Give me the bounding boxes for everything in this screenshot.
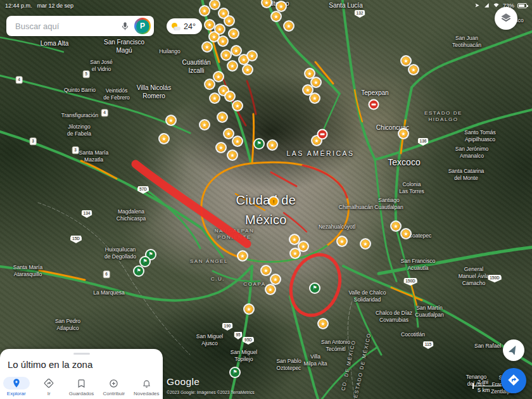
drag-handle[interactable] [73, 353, 90, 355]
nav-tab-label: Guardados [69, 391, 94, 396]
poi-star-marker[interactable]: ★ [240, 56, 248, 64]
poi-star-marker[interactable]: ★ [311, 94, 319, 103]
nav-tab-explorar[interactable]: Explorar [0, 377, 32, 396]
layers-button[interactable] [495, 7, 517, 30]
google-logo: Google [167, 376, 200, 388]
poi-star-marker[interactable]: ★ [304, 86, 312, 94]
battery-icon [517, 3, 527, 8]
clock: 12:44 p.m. [5, 3, 32, 9]
cell-signal-icon [483, 2, 490, 10]
poi-star-marker[interactable]: ★ [291, 250, 300, 258]
park-flag-marker[interactable]: ⚑ [141, 257, 149, 266]
poi-star-marker[interactable]: ★ [229, 62, 237, 70]
cast-icon [474, 3, 480, 10]
poi-star-marker[interactable]: ★ [167, 117, 175, 125]
poi-star-marker[interactable]: ★ [239, 252, 247, 260]
bottom-sheet-panel[interactable]: Lo último en la zona ExplorarIrGuardados… [0, 349, 163, 399]
road-closure-marker[interactable] [370, 101, 378, 109]
search-input[interactable]: Buscar aquí [15, 22, 120, 31]
poi-star-marker[interactable]: ★ [232, 47, 241, 55]
nav-tab-novedades[interactable]: Novedades [130, 377, 163, 396]
map-markers-layer: ★★★★★★★★★★★★★★★★★★★★★★★★★★★★★★★★★★★★★★★★… [0, 0, 532, 399]
poi-star-marker[interactable]: ★ [291, 236, 299, 244]
scale-bar: 2 mi 5 km [472, 379, 502, 393]
status-bar: 12:44 p.m. mar 12 de sep 73% [0, 1, 532, 10]
poi-star-marker[interactable]: ★ [217, 144, 225, 152]
poi-star-marker[interactable]: ★ [402, 57, 410, 65]
park-flag-marker[interactable]: ⚑ [134, 267, 143, 276]
poi-star-marker[interactable]: ★ [248, 52, 256, 60]
poi-star-marker[interactable]: ★ [229, 151, 237, 160]
bell-icon [133, 377, 160, 390]
poi-star-marker[interactable]: ★ [210, 33, 218, 41]
poi-star-marker[interactable]: ★ [267, 286, 275, 294]
poi-star-marker[interactable]: ★ [400, 130, 408, 138]
traffic-warning-marker[interactable]: ! [270, 198, 278, 206]
nav-tab-contribuir[interactable]: Contribuir [98, 377, 130, 396]
directions-fab[interactable] [501, 368, 526, 393]
mic-icon[interactable] [120, 21, 130, 32]
poi-star-marker[interactable]: ★ [285, 22, 293, 30]
scale-line [472, 386, 502, 386]
poi-star-marker[interactable]: ★ [312, 79, 320, 87]
poi-star-marker[interactable]: ★ [222, 51, 231, 60]
route-shield: 4 [101, 109, 108, 117]
poi-star-marker[interactable]: ★ [160, 135, 168, 143]
poi-star-marker[interactable]: ★ [230, 30, 238, 38]
poi-star-marker[interactable]: ★ [220, 10, 228, 18]
poi-star-marker[interactable]: ★ [225, 130, 233, 138]
account-avatar[interactable]: P [134, 18, 151, 34]
poi-star-marker[interactable]: ★ [226, 92, 234, 101]
date: mar 12 de sep [37, 3, 74, 9]
park-flag-marker[interactable]: ⚑ [231, 368, 239, 377]
map-copyright: ©2023 Google: Imágenes ©2023 TerraMetric… [167, 390, 255, 395]
poi-star-marker[interactable]: ★ [272, 13, 281, 21]
poi-star-marker[interactable]: ★ [410, 66, 418, 74]
park-flag-marker[interactable]: ⚑ [255, 139, 263, 148]
directions-icon [507, 373, 521, 389]
google-maps-app: Ciudad de MéxicoLAS AMÉRICASTexcocoSanta… [0, 0, 532, 399]
poi-star-marker[interactable]: ★ [215, 73, 223, 81]
poi-star-marker[interactable]: ★ [392, 222, 400, 231]
route-shield: 3 [72, 146, 79, 154]
poi-star-marker[interactable]: ★ [244, 66, 252, 74]
poi-star-marker[interactable]: ★ [402, 230, 410, 238]
poi-star-marker[interactable]: ★ [245, 305, 253, 314]
poi-star-marker[interactable]: ★ [219, 37, 227, 46]
route-shield: 5 [83, 70, 90, 78]
avatar-letter: P [136, 20, 149, 33]
bottom-nav: ExplorarIrGuardadosContribuirNovedades [0, 377, 163, 396]
poi-star-marker[interactable]: ★ [234, 102, 242, 110]
poi-star-marker[interactable]: ★ [338, 238, 346, 246]
temperature: 24° [184, 22, 196, 31]
partly-cloudy-icon [172, 23, 180, 30]
poi-star-marker[interactable]: ★ [203, 43, 212, 51]
poi-star-marker[interactable]: ★ [306, 70, 314, 78]
nav-tab-label: Explorar [7, 391, 26, 396]
weather-chip[interactable]: 24° [167, 18, 202, 34]
road-closure-marker[interactable] [319, 130, 327, 139]
poi-star-marker[interactable]: ★ [234, 137, 242, 146]
poi-star-marker[interactable]: ★ [319, 320, 327, 328]
poi-star-marker[interactable]: ★ [272, 276, 280, 284]
poi-star-marker[interactable]: ★ [269, 141, 277, 149]
explore-pin-icon [3, 377, 30, 390]
nav-tab-ir[interactable]: Ir [32, 377, 65, 396]
poi-star-marker[interactable]: ★ [262, 267, 270, 275]
park-flag-marker[interactable]: ⚑ [310, 284, 319, 293]
poi-star-marker[interactable]: ★ [211, 94, 219, 103]
my-location-button[interactable] [503, 339, 524, 361]
nav-tab-guardados[interactable]: Guardados [65, 377, 98, 396]
poi-star-marker[interactable]: ★ [300, 243, 308, 251]
poi-star-marker[interactable]: ★ [206, 80, 214, 89]
poi-star-marker[interactable]: ★ [362, 240, 370, 248]
poi-star-marker[interactable]: ★ [216, 25, 224, 34]
poi-star-marker[interactable]: ★ [218, 113, 227, 122]
poi-star-marker[interactable]: ★ [201, 121, 209, 129]
poi-star-marker[interactable]: ★ [225, 17, 234, 25]
layers-icon [500, 11, 512, 26]
plus-circle-icon [101, 377, 127, 390]
search-bar[interactable]: Buscar aquí P [6, 16, 154, 36]
bookmark-icon [68, 377, 95, 390]
poi-star-marker[interactable]: ★ [206, 21, 214, 29]
